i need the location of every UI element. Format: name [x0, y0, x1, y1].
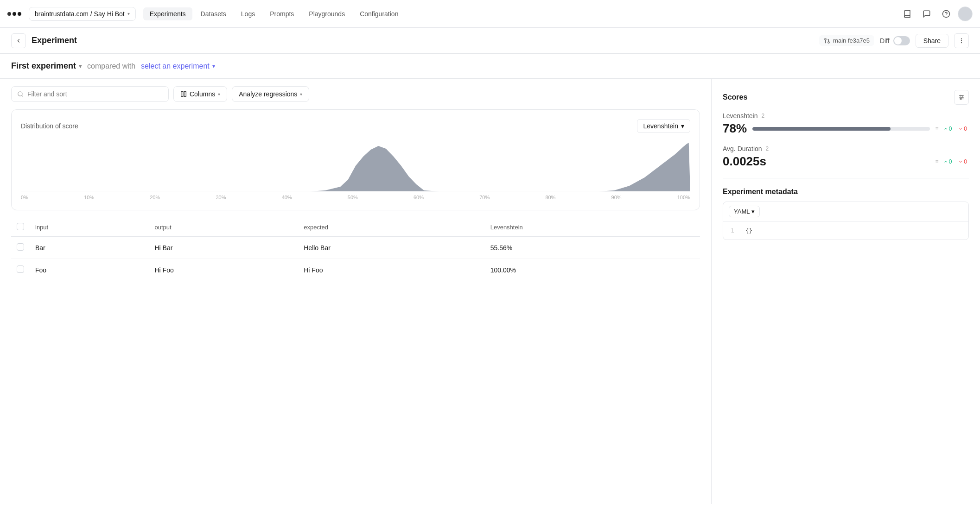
score-filter-button[interactable]: ≡ — [935, 126, 939, 132]
logo — [7, 12, 21, 16]
svg-point-8 — [18, 92, 22, 96]
scores-title: Scores — [723, 93, 747, 101]
nav-link-datasets[interactable]: Datasets — [194, 7, 233, 20]
xaxis-40: 40% — [282, 195, 292, 200]
score-down-button[interactable]: 0 — [956, 125, 969, 133]
help-icon-btn[interactable] — [938, 6, 954, 22]
help-icon — [942, 10, 950, 18]
xaxis-30: 30% — [216, 195, 226, 200]
line-number: 1 — [731, 227, 734, 234]
yaml-label: YAML — [734, 208, 750, 215]
score-filter-button[interactable]: ≡ — [935, 158, 939, 165]
nav-link-logs[interactable]: Logs — [235, 7, 261, 20]
more-options-button[interactable] — [954, 33, 969, 48]
book-icon-btn[interactable] — [899, 6, 915, 22]
score-value-row: 78% ≡ 0 0 — [723, 121, 969, 136]
experiment-name: First experiment — [11, 61, 76, 71]
select-experiment-button[interactable]: select an experiment ▾ — [141, 62, 215, 70]
svg-point-3 — [825, 38, 827, 40]
svg-point-19 — [962, 97, 963, 98]
user-avatar[interactable] — [958, 6, 973, 21]
select-experiment-label: select an experiment — [141, 62, 210, 70]
experiment-name-button[interactable]: First experiment ▾ — [11, 61, 82, 71]
cell-score: 55.56% — [485, 237, 700, 259]
xaxis-100: 100% — [677, 195, 690, 200]
xaxis-0: 0% — [21, 195, 28, 200]
sub-header-right: main fe3a7e5 Diff Share — [819, 33, 969, 48]
right-panel: Scores Levenshtein 2 78% ≡ 0 — [711, 79, 980, 504]
nav-link-experiments[interactable]: Experiments — [143, 7, 192, 20]
cell-expected: Hi Foo — [298, 259, 484, 281]
analyze-chevron: ▾ — [300, 92, 302, 97]
commit-ref: main fe3a7e5 — [819, 35, 874, 46]
xaxis-60: 60% — [414, 195, 424, 200]
row-checkbox[interactable] — [17, 265, 24, 273]
compared-with-text: compared with — [87, 62, 135, 70]
breadcrumb-button[interactable]: braintrustdata.com / Say Hi Bot ▾ — [29, 7, 136, 21]
score-bar-wrap — [752, 127, 930, 131]
score-name: Avg. Duration — [723, 145, 762, 152]
breadcrumb-text: braintrustdata.com / Say Hi Bot — [35, 10, 125, 18]
experiment-title-bar: First experiment ▾ compared with select … — [0, 54, 980, 79]
score-up-button[interactable]: 0 — [942, 125, 954, 133]
chat-icon — [923, 10, 931, 18]
row-checkbox[interactable] — [17, 243, 24, 251]
columns-label: Columns — [190, 90, 215, 98]
xaxis-70: 70% — [479, 195, 490, 200]
nav-right — [899, 6, 973, 22]
divider — [723, 178, 969, 178]
score-item-avg-duration: Avg. Duration 2 0.0025s ≡ 0 0 — [723, 145, 969, 169]
score-down-button[interactable]: 0 — [956, 158, 969, 166]
nav-links: Experiments Datasets Logs Prompts Playgr… — [143, 7, 405, 20]
search-icon — [17, 91, 24, 97]
chart-metric-selector[interactable]: Levenshtein ▾ — [637, 119, 690, 133]
diff-toggle-switch[interactable] — [893, 36, 910, 45]
table-row[interactable]: Foo Hi Foo Hi Foo 100.00% — [11, 259, 700, 281]
yaml-chevron: ▾ — [751, 208, 755, 215]
metadata-card: YAML ▾ 1 {} — [723, 202, 969, 240]
metadata-title: Experiment metadata — [723, 188, 969, 196]
cell-output: Hi Bar — [149, 237, 298, 259]
cell-score: 100.00% — [485, 259, 700, 281]
share-button[interactable]: Share — [916, 34, 948, 48]
yaml-format-button[interactable]: YAML ▾ — [729, 206, 760, 217]
columns-button[interactable]: Columns ▾ — [173, 86, 227, 102]
chart-metric-label: Levenshtein — [643, 122, 678, 130]
chat-icon-btn[interactable] — [919, 6, 935, 22]
chart-title: Distribution of score — [21, 122, 78, 130]
metadata-section: Experiment metadata YAML ▾ 1 {} — [723, 188, 969, 240]
book-icon — [903, 10, 911, 18]
svg-point-2 — [828, 41, 830, 43]
nav-link-playgrounds[interactable]: Playgrounds — [302, 7, 351, 20]
filter-input[interactable] — [27, 87, 163, 101]
chart-metric-chevron: ▾ — [681, 122, 684, 130]
git-icon — [824, 38, 830, 44]
nav-link-configuration[interactable]: Configuration — [353, 7, 405, 20]
scores-filter-button[interactable] — [954, 90, 969, 105]
select-experiment-chevron-icon: ▾ — [212, 63, 215, 69]
score-value-row: 0.0025s ≡ 0 0 — [723, 154, 969, 169]
columns-icon — [180, 91, 187, 97]
analyze-regressions-button[interactable]: Analyze regressions ▾ — [232, 86, 309, 102]
xaxis-50: 50% — [348, 195, 358, 200]
chart-xaxis: 0% 10% 20% 30% 40% 50% 60% 70% 80% 90% 1… — [21, 195, 690, 200]
score-label-row: Levenshtein 2 — [723, 112, 969, 120]
score-value: 78% — [723, 121, 747, 136]
score-bar — [752, 127, 891, 131]
svg-point-7 — [961, 42, 961, 43]
cell-input: Bar — [30, 237, 149, 259]
select-all-checkbox[interactable] — [17, 223, 24, 230]
cell-output: Hi Foo — [149, 259, 298, 281]
svg-marker-13 — [310, 146, 439, 191]
back-button[interactable] — [11, 33, 26, 48]
svg-marker-14 — [599, 143, 690, 191]
cell-expected: Hello Bar — [298, 237, 484, 259]
svg-point-18 — [960, 95, 961, 96]
diff-label: Diff — [880, 37, 890, 44]
score-up-button[interactable]: 0 — [942, 158, 954, 166]
page-title: Experiment — [32, 36, 77, 45]
nav-link-prompts[interactable]: Prompts — [263, 7, 300, 20]
score-label-row: Avg. Duration 2 — [723, 145, 969, 152]
table-row[interactable]: Bar Hi Bar Hello Bar 55.56% — [11, 237, 700, 259]
metadata-toolbar: YAML ▾ — [723, 202, 968, 221]
